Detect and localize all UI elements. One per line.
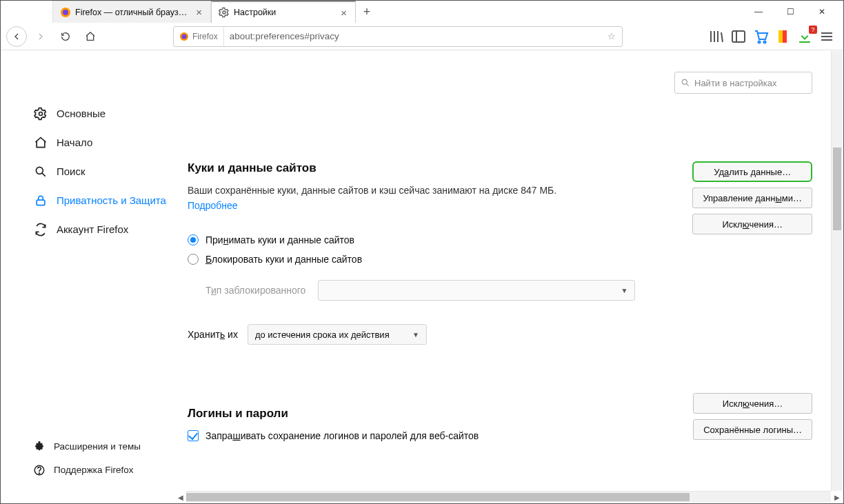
chevron-down-icon: ▼ (621, 287, 627, 294)
search-placeholder: Найти в настройках (694, 78, 777, 88)
exceptions-button[interactable]: Исключения… (692, 214, 812, 234)
svg-rect-18 (37, 200, 45, 205)
lock-icon (33, 193, 48, 208)
tab-strip: Firefox — отличный браузер д × Настройки… (52, 1, 378, 23)
horizontal-scrollbar[interactable]: ◀ ▶ (186, 491, 831, 503)
radio-icon (188, 254, 199, 265)
checkbox-label: Запрашивать сохранение логинов и паролей… (205, 430, 479, 441)
radio-label: Принимать куки и данные сайтов (205, 234, 354, 245)
blocked-type-label: Тип заблокированного (205, 285, 305, 296)
svg-line-17 (42, 173, 46, 177)
keep-until-select[interactable]: до истечения срока их действия ▼ (248, 324, 427, 345)
identity-label: Firefox (192, 32, 218, 41)
titlebar: Firefox — отличный браузер д × Настройки… (1, 1, 843, 23)
search-icon (681, 78, 690, 88)
accept-cookies-radio[interactable]: Принимать куки и данные сайтов (188, 234, 812, 245)
close-icon[interactable]: × (194, 6, 203, 18)
svg-point-15 (39, 112, 43, 116)
saved-logins-button[interactable]: Сохранённые логины… (693, 419, 812, 440)
sidebar-label: Поиск (57, 165, 86, 178)
learn-more-link[interactable]: Подробнее (188, 200, 238, 211)
sidebar-item-support[interactable]: Поддержка Firefox (28, 458, 174, 482)
svg-point-1 (63, 10, 68, 15)
blocked-type-select: ▼ (318, 280, 635, 301)
clear-data-button[interactable]: Удалить данные… (692, 161, 812, 182)
tab-label: Настройки (234, 8, 335, 17)
puzzle-icon (33, 441, 46, 453)
cart-icon[interactable] (752, 28, 769, 45)
sidebar-item-general[interactable]: Основные (28, 99, 174, 128)
sidebar-label: Расширения и темы (54, 441, 141, 452)
svg-point-16 (36, 167, 43, 174)
sidebar-item-sync[interactable]: Аккаунт Firefox (28, 215, 174, 244)
minimize-button[interactable]: — (743, 1, 774, 23)
bookmark-flag-icon[interactable] (774, 28, 791, 45)
download-icon[interactable]: ? (796, 28, 813, 45)
close-icon[interactable]: × (339, 7, 348, 19)
search-input[interactable]: Найти в настройках (674, 72, 812, 94)
vertical-scrollbar[interactable] (831, 51, 843, 491)
scroll-left-arrow[interactable]: ◀ (174, 492, 186, 503)
gear-icon (33, 106, 48, 121)
gear-icon (219, 7, 230, 18)
forward-button[interactable] (30, 26, 52, 48)
svg-point-20 (39, 473, 39, 474)
badge: ? (809, 26, 817, 34)
svg-point-7 (758, 41, 761, 43)
svg-rect-5 (732, 31, 745, 42)
maximize-button[interactable]: ☐ (774, 1, 806, 23)
prefs-sidebar: Основные Начало Поиск Приватность и Защи… (1, 51, 174, 503)
sidebar-item-extensions[interactable]: Расширения и темы (28, 435, 174, 458)
svg-rect-10 (783, 30, 787, 43)
scroll-right-arrow[interactable]: ▶ (831, 492, 843, 503)
close-button[interactable]: ✕ (806, 1, 838, 23)
home-icon (33, 135, 48, 150)
firefox-icon (60, 7, 71, 18)
sidebar-label: Аккаунт Firefox (57, 223, 128, 236)
svg-line-22 (686, 83, 688, 85)
sidebar-label: Приватность и Защита (57, 194, 166, 207)
search-icon (33, 164, 48, 179)
sidebar-icon[interactable] (730, 28, 747, 45)
checkbox-icon (188, 430, 199, 441)
identity-box[interactable]: Firefox (174, 27, 224, 46)
radio-icon (188, 234, 199, 245)
radio-label: Блокировать куки и данные сайтов (205, 254, 362, 265)
sync-icon (33, 222, 48, 237)
chevron-down-icon: ▼ (412, 331, 419, 339)
sidebar-item-privacy[interactable]: Приватность и Защита (28, 186, 174, 215)
sidebar-label: Поддержка Firefox (54, 465, 133, 476)
sidebar-label: Основные (57, 108, 106, 120)
new-tab-button[interactable]: + (356, 1, 378, 23)
url-bar[interactable]: Firefox about:preferences#privacy ☆ (173, 26, 623, 47)
sidebar-item-search[interactable]: Поиск (28, 157, 174, 186)
tab-label: Firefox — отличный браузер д (75, 8, 190, 17)
tab-settings[interactable]: Настройки × (211, 1, 356, 23)
back-button[interactable] (6, 26, 27, 47)
svg-rect-9 (778, 30, 783, 43)
tab-firefox-home[interactable]: Firefox — отличный браузер д × (52, 1, 211, 23)
svg-rect-11 (799, 41, 810, 43)
sidebar-label: Начало (57, 137, 92, 149)
menu-icon[interactable] (818, 28, 835, 45)
svg-point-2 (223, 11, 225, 14)
keep-until-label: Хранить их (188, 329, 238, 340)
library-icon[interactable] (708, 28, 725, 45)
home-button[interactable] (79, 26, 101, 48)
logins-exceptions-button[interactable]: Исключения… (693, 393, 812, 414)
select-value: до истечения срока их действия (255, 330, 390, 340)
nav-toolbar: Firefox about:preferences#privacy ☆ ? (1, 23, 843, 50)
scroll-thumb[interactable] (186, 493, 690, 501)
svg-point-21 (682, 79, 687, 84)
reload-button[interactable] (54, 26, 77, 48)
scroll-thumb[interactable] (833, 148, 841, 230)
sidebar-item-home[interactable]: Начало (28, 128, 174, 157)
block-cookies-radio[interactable]: Блокировать куки и данные сайтов (188, 254, 812, 265)
svg-point-8 (764, 41, 766, 43)
bookmark-star-icon[interactable]: ☆ (601, 31, 622, 41)
prefs-main: Найти в настройках Куки и данные сайтов … (174, 51, 843, 503)
svg-point-4 (182, 34, 187, 39)
manage-data-button[interactable]: Управление данными… (692, 188, 812, 208)
url-text: about:preferences#privacy (224, 31, 601, 41)
help-icon (33, 464, 46, 476)
